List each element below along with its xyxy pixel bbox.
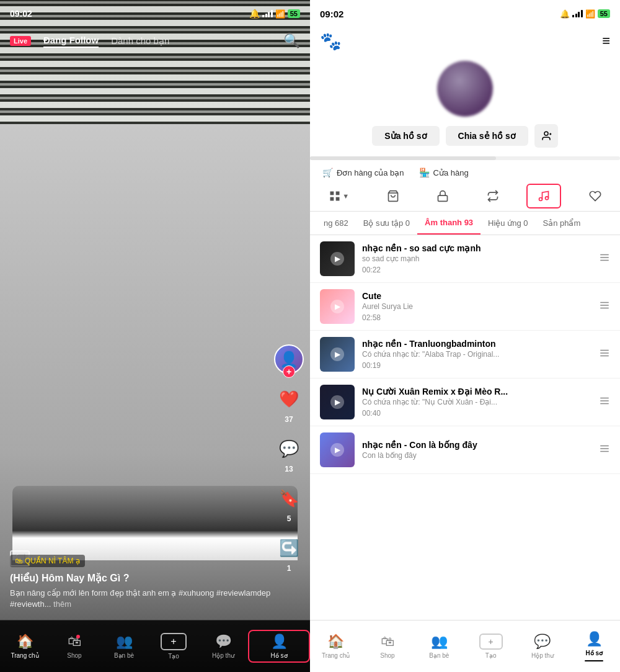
right-time: 09:02	[320, 9, 343, 19]
right-signal-icon	[572, 10, 583, 17]
nav-shop[interactable]: 🛍 Shop	[50, 629, 99, 664]
right-nav-friends-label: Bạn bè	[429, 652, 449, 659]
music-list-item[interactable]: ▶CuteAurel Surya Lie02:58	[310, 283, 620, 331]
music-artist: Có chứa nhạc từ: "Alaba Trap - Original.…	[362, 350, 591, 359]
music-menu-button[interactable]	[599, 347, 610, 362]
right-nav-shop[interactable]: 🛍 Shop	[361, 634, 413, 659]
hamburger-menu-button[interactable]: ≡	[602, 33, 610, 49]
right-battery-icon: 55	[598, 9, 610, 18]
share-count: 1	[287, 564, 291, 573]
tab-products[interactable]: Sản phẩm	[536, 212, 588, 234]
tab-sounds[interactable]: Âm thanh 93	[417, 212, 480, 235]
music-list-item[interactable]: ▶nhạc nền - so sad cực mạnhso sad cực mạ…	[310, 235, 620, 283]
svg-point-10	[546, 197, 549, 200]
orders-link[interactable]: 🛒 Đơn hàng của bạn	[322, 168, 404, 177]
tab-effects[interactable]: Hiệu ứng 0	[480, 212, 535, 234]
music-list-item[interactable]: ▶nhạc nền - Con là bống đâyCon là bống đ…	[310, 426, 620, 474]
repost-tab[interactable]	[477, 185, 509, 207]
music-duration: 00:40	[362, 409, 591, 418]
grid-tab[interactable]: ▼	[319, 185, 359, 207]
svg-rect-13	[600, 259, 609, 261]
for-you-tab[interactable]: Dành cho bạn	[111, 35, 169, 47]
shop-row: 🛒 Đơn hàng của bạn 🏪 Cửa hàng	[310, 164, 620, 181]
profile-actions: Sửa hồ sơ Chia sẻ hồ sơ	[372, 124, 557, 148]
search-icon[interactable]: 🔍	[283, 33, 300, 49]
nav-home[interactable]: 🏠 Trang chủ	[0, 629, 50, 664]
add-friend-button[interactable]	[534, 124, 558, 148]
music-menu-button[interactable]	[599, 443, 610, 457]
svg-point-0	[544, 132, 548, 135]
follow-plus-badge[interactable]: +	[283, 365, 295, 378]
nav-home-label: Trang chủ	[11, 652, 38, 659]
music-menu-button[interactable]	[599, 300, 610, 314]
nav-inbox[interactable]: 💬 Hộp thư	[198, 629, 248, 664]
right-panel: 09:02 🔔 📶 55 🐾 ≡ Sửa hồ sơ Chia sẻ hồ sơ	[310, 0, 620, 672]
more-link[interactable]: thêm	[53, 599, 71, 609]
creator-avatar-container[interactable]: 👤 +	[274, 344, 304, 374]
right-nav-inbox[interactable]: 💬 Hộp thư	[516, 634, 568, 659]
svg-rect-22	[600, 403, 609, 404]
music-thumbnail: ▶	[320, 241, 355, 276]
svg-rect-21	[600, 400, 609, 401]
like-button[interactable]: ❤️ 37	[275, 385, 303, 424]
right-nav-profile[interactable]: 👤 Hồ sơ	[569, 631, 620, 661]
right-friends-icon: 👥	[431, 634, 448, 650]
shopping-bag-icon	[387, 190, 399, 202]
right-nav-shop-label: Shop	[380, 652, 394, 659]
tab-collection[interactable]: Bộ sưu tập 0	[356, 212, 417, 234]
right-nav-home[interactable]: 🏠 Trang chủ	[310, 634, 361, 659]
music-duration: 00:19	[362, 361, 591, 370]
svg-rect-8	[438, 195, 448, 201]
svg-rect-3	[330, 192, 334, 195]
share-profile-button[interactable]: Chia sẻ hồ sơ	[446, 126, 528, 146]
left-bottom-nav: 🏠 Trang chủ 🛍 Shop 👥 Bạn bè + Tạo 💬 Hộp …	[0, 620, 310, 672]
svg-rect-16	[600, 307, 609, 308]
right-nav-create[interactable]: + Tạo	[465, 634, 516, 659]
live-badge[interactable]: Live	[10, 36, 31, 46]
nav-profile[interactable]: 👤 Hồ sơ	[248, 630, 310, 663]
nav-profile-label: Hồ sơ	[271, 652, 288, 659]
video-actions-sidebar: 👤 + ❤️ 37 💬 13 🔖 5 ↪️ 1	[274, 344, 304, 573]
tab-ng[interactable]: ng 682	[316, 212, 356, 234]
bookmark-count: 5	[287, 514, 291, 523]
following-tab[interactable]: Đang Follow	[43, 35, 99, 48]
music-tab[interactable]	[526, 184, 561, 208]
edit-profile-button[interactable]: Sửa hồ sơ	[372, 126, 439, 146]
nav-friends[interactable]: 👥 Bạn bè	[99, 629, 149, 664]
right-status-bar: 09:02 🔔 📶 55	[310, 0, 620, 27]
svg-rect-19	[600, 355, 609, 356]
wifi-icon: 📶	[275, 9, 285, 19]
app-logo: 🐾	[320, 31, 342, 52]
shopping-tab[interactable]	[377, 185, 409, 207]
music-menu-button[interactable]	[599, 395, 610, 410]
nav-create[interactable]: + Tạo	[149, 628, 198, 665]
music-info: nhạc nền - so sad cực mạnhso sad cực mạn…	[362, 243, 591, 274]
right-nav-friends[interactable]: 👥 Bạn bè	[414, 634, 465, 659]
bookmark-button[interactable]: 🔖 5	[275, 485, 303, 523]
bookmark-icon: 🔖	[275, 485, 303, 512]
share-button[interactable]: ↪️ 1	[275, 534, 303, 573]
music-list-item[interactable]: ▶nhạc nền - TranluongbadmintonCó chứa nh…	[310, 331, 620, 379]
music-list-item[interactable]: ▶Nụ Cười Xuân Remix x Đại Mèo R...Có chứ…	[310, 379, 620, 426]
shop-label: QUẦN NÌ TÂM ạ	[25, 557, 80, 565]
video-title: (Hiểu) Hôm Nay Mặc Gì ?	[10, 572, 273, 584]
music-title: Cute	[362, 291, 591, 301]
nav-friends-label: Bạn bè	[114, 652, 134, 659]
grid-icon	[329, 190, 341, 202]
music-artist: Con là bống đây	[362, 451, 591, 460]
right-bottom-nav: 🏠 Trang chủ 🛍 Shop 👥 Bạn bè + Tạo 💬 Hộp …	[310, 620, 620, 672]
store-link[interactable]: 🏪 Cửa hàng	[419, 168, 469, 177]
right-home-icon: 🏠	[327, 634, 344, 650]
music-artist: Có chứa nhạc từ: "Nụ Cười Xuân - Đại...	[362, 398, 591, 406]
svg-rect-23	[600, 445, 609, 446]
feed-tabs: Live Đang Follow Dành cho bạn	[10, 35, 169, 48]
heart-tab[interactable]	[579, 185, 611, 207]
lock-tab[interactable]	[427, 185, 459, 207]
right-shop-icon: 🛍	[381, 634, 394, 650]
music-menu-button[interactable]	[599, 252, 610, 266]
svg-rect-25	[600, 450, 609, 452]
comment-button[interactable]: 💬 13	[275, 435, 303, 473]
music-title: nhạc nền - Tranluongbadminton	[362, 339, 591, 349]
music-note-icon	[538, 190, 550, 202]
shop-badge[interactable]: 🛍 QUẦN NÌ TÂM ạ	[10, 555, 85, 567]
